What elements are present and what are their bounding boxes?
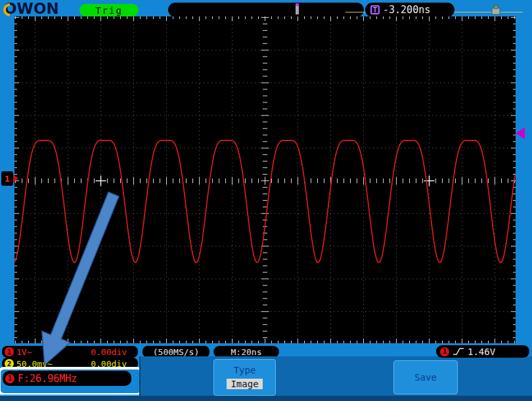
type-selected-value[interactable]: Image bbox=[227, 379, 262, 389]
channel1-readout: 1 1V~ 0.00div bbox=[2, 346, 138, 358]
measurement-channel-badge: 1 bbox=[5, 374, 14, 383]
type-softkey-button[interactable]: Type Image bbox=[213, 359, 276, 396]
channel1-position-marker-arrow bbox=[13, 175, 18, 182]
graticule-display-area bbox=[14, 16, 516, 343]
trigger-offset-readout: T -3.200ns bbox=[365, 3, 454, 17]
rising-edge-icon bbox=[453, 347, 464, 356]
trigger-t-icon: T bbox=[370, 5, 380, 14]
trigger-status-badge: Trig bbox=[79, 4, 139, 16]
trigger-level-readout: 1 1.46V bbox=[436, 345, 529, 358]
trigger-offset-value: -3.200ns bbox=[383, 4, 430, 16]
trigger-source-badge: 1 bbox=[440, 347, 449, 356]
oscilloscope-screen: OWON Trig T T -3.200ns 1 1 1V~ 0.00div 2… bbox=[0, 0, 532, 401]
trigger-position-marker[interactable] bbox=[296, 3, 299, 14]
save-softkey-button[interactable]: Save bbox=[393, 360, 458, 394]
ch1-waveform-trace bbox=[14, 140, 515, 263]
usb-storage-icon bbox=[490, 5, 502, 16]
brand-logo-gold-arc bbox=[3, 3, 17, 17]
trigger-level-arrow[interactable] bbox=[516, 127, 525, 139]
bottom-frame-strip bbox=[0, 396, 532, 401]
frequency-measurement-readout: 1 F:26.96MHz bbox=[3, 371, 131, 386]
trigger-level-value: 1.46V bbox=[468, 347, 495, 357]
type-label: Type bbox=[214, 365, 275, 375]
channel1-badge: 1 bbox=[5, 347, 14, 356]
channel1-position-marker[interactable]: 1 bbox=[1, 171, 13, 186]
frequency-value: F:26.96MHz bbox=[18, 373, 77, 385]
horizontal-position-bar[interactable] bbox=[168, 3, 364, 17]
channel1-scale: 1V~ bbox=[16, 347, 32, 357]
channel1-position: 0.00div bbox=[91, 347, 127, 357]
softkey-menu-panel bbox=[139, 356, 532, 396]
